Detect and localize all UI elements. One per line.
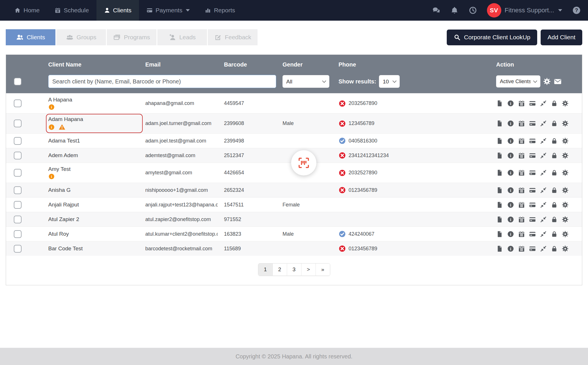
warning-icon[interactable]	[58, 123, 66, 131]
tab-groups[interactable]: Groups	[56, 29, 106, 45]
calendar-icon[interactable]	[518, 187, 525, 194]
gender-filter[interactable]: All	[283, 75, 329, 88]
column-header-phone[interactable]: Phone	[332, 61, 490, 68]
calendar-icon[interactable]	[518, 216, 525, 223]
page-next[interactable]: >	[301, 263, 316, 276]
lock-icon[interactable]	[551, 137, 558, 145]
credit-card-icon[interactable]	[529, 169, 536, 176]
lock-icon[interactable]	[551, 201, 558, 208]
calendar-icon[interactable]	[518, 245, 525, 252]
gear-icon[interactable]	[562, 231, 569, 238]
page-2[interactable]: 2	[273, 263, 287, 276]
client-status-filter[interactable]: Active Clients	[496, 75, 540, 87]
compress-icon[interactable]	[540, 245, 547, 252]
tab-feedback[interactable]: Feedback	[208, 29, 258, 45]
credit-card-icon[interactable]	[529, 152, 536, 159]
gear-icon[interactable]	[562, 201, 569, 208]
file-icon[interactable]	[496, 152, 503, 159]
gear-icon[interactable]	[562, 120, 569, 127]
page-last[interactable]: »	[316, 263, 330, 276]
column-header-client-name[interactable]: Client Name	[42, 61, 139, 68]
file-icon[interactable]	[496, 231, 503, 238]
notifications-icon[interactable]	[450, 6, 459, 15]
lock-icon[interactable]	[551, 152, 558, 159]
calendar-icon[interactable]	[518, 152, 525, 159]
gear-icon[interactable]	[562, 100, 569, 107]
info-icon[interactable]: i	[507, 100, 514, 107]
row-checkbox[interactable]	[14, 216, 22, 223]
row-checkbox[interactable]	[14, 120, 22, 127]
file-icon[interactable]	[496, 187, 503, 194]
info-icon[interactable]: i	[507, 169, 514, 176]
info-icon[interactable]: i	[507, 152, 514, 159]
corporate-client-lookup-button[interactable]: Corporate Client LookUp	[447, 30, 537, 45]
help-icon[interactable]: ?	[572, 6, 581, 15]
account-menu[interactable]: SV Fitness Support...	[487, 3, 562, 17]
compress-icon[interactable]	[540, 187, 547, 194]
page-1[interactable]: 1	[258, 263, 273, 276]
select-all-checkbox[interactable]	[14, 78, 22, 85]
barcode-scan-button[interactable]	[291, 150, 316, 175]
gear-icon[interactable]	[562, 216, 569, 223]
calendar-icon[interactable]	[518, 120, 525, 127]
history-icon[interactable]	[469, 6, 477, 15]
file-icon[interactable]	[496, 216, 503, 223]
compress-icon[interactable]	[540, 137, 547, 145]
row-checkbox[interactable]	[14, 186, 22, 194]
file-icon[interactable]	[496, 169, 503, 176]
file-icon[interactable]	[496, 100, 503, 107]
row-checkbox[interactable]	[14, 99, 22, 107]
credit-card-icon[interactable]	[529, 216, 536, 223]
credit-card-icon[interactable]	[529, 137, 536, 145]
email-icon[interactable]	[554, 77, 562, 86]
row-checkbox[interactable]	[14, 245, 22, 253]
page-3[interactable]: 3	[287, 263, 301, 276]
file-icon[interactable]	[496, 137, 503, 145]
nav-item-schedule[interactable]: Schedule	[47, 0, 96, 21]
file-icon[interactable]	[496, 201, 503, 208]
compress-icon[interactable]	[540, 120, 547, 127]
row-checkbox[interactable]	[14, 152, 22, 159]
lock-icon[interactable]	[551, 231, 558, 238]
messages-icon[interactable]	[432, 6, 440, 15]
info-icon[interactable]: i	[507, 201, 514, 208]
info-icon[interactable]: i	[507, 216, 514, 223]
lock-icon[interactable]	[551, 216, 558, 223]
search-input[interactable]	[48, 75, 276, 88]
nav-item-clients[interactable]: Clients	[96, 0, 139, 21]
info-icon[interactable]: i	[48, 173, 55, 180]
compress-icon[interactable]	[540, 169, 547, 176]
column-header-gender[interactable]: Gender	[276, 61, 332, 68]
row-checkbox[interactable]	[14, 201, 22, 209]
row-checkbox[interactable]	[14, 230, 22, 238]
gear-icon[interactable]	[562, 152, 569, 159]
gear-icon[interactable]	[562, 187, 569, 194]
column-header-barcode[interactable]: Barcode	[218, 61, 276, 68]
row-checkbox[interactable]	[14, 137, 22, 145]
lock-icon[interactable]	[551, 169, 558, 176]
credit-card-icon[interactable]	[529, 245, 536, 252]
info-icon[interactable]: i	[507, 137, 514, 145]
calendar-icon[interactable]	[518, 100, 525, 107]
calendar-icon[interactable]	[518, 231, 525, 238]
compress-icon[interactable]	[540, 100, 547, 107]
info-icon[interactable]: i	[507, 231, 514, 238]
tab-leads[interactable]: Leads	[157, 29, 207, 45]
lock-icon[interactable]	[551, 245, 558, 252]
row-checkbox[interactable]	[14, 169, 22, 177]
compress-icon[interactable]	[540, 201, 547, 208]
credit-card-icon[interactable]	[529, 231, 536, 238]
info-icon[interactable]: i	[48, 104, 55, 110]
show-results-select[interactable]: 10	[379, 75, 400, 88]
credit-card-icon[interactable]	[529, 120, 536, 127]
nav-item-home[interactable]: Home	[7, 0, 47, 21]
calendar-icon[interactable]	[518, 201, 525, 208]
gear-icon[interactable]	[562, 169, 569, 176]
compress-icon[interactable]	[540, 231, 547, 238]
gear-icon[interactable]	[562, 245, 569, 252]
info-icon[interactable]: i	[507, 245, 514, 252]
credit-card-icon[interactable]	[529, 201, 536, 208]
credit-card-icon[interactable]	[529, 187, 536, 194]
nav-item-reports[interactable]: Reports	[197, 0, 243, 21]
gear-icon[interactable]	[562, 137, 569, 145]
